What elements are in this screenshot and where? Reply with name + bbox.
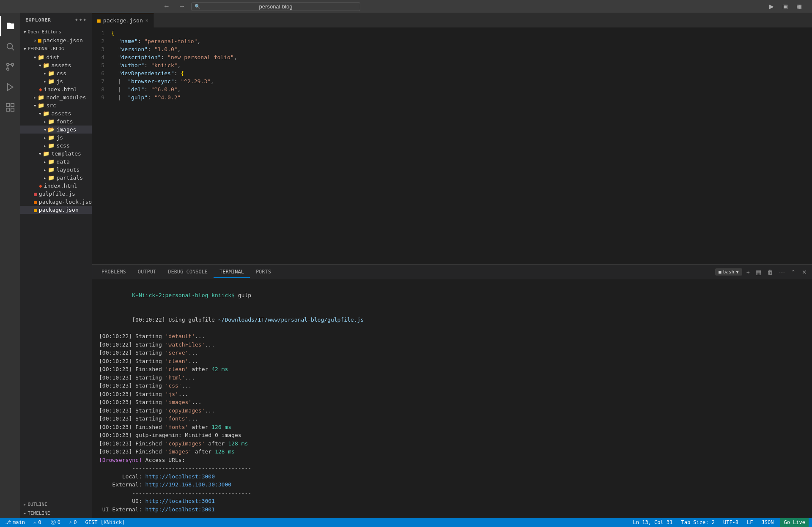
run-button[interactable]: ▶	[768, 2, 776, 11]
sidebar-item-src-index[interactable]: ◆ index.html	[20, 182, 92, 190]
activity-git[interactable]	[0, 57, 20, 77]
line-content: "name": "personal-folio",	[111, 37, 200, 45]
folder-icon: 📁	[43, 62, 49, 68]
html-icon: ◆	[39, 183, 42, 189]
log-msg: ...	[182, 382, 192, 389]
outline-section[interactable]: ► OUTLINE	[20, 500, 92, 509]
chevron-right-icon: ►	[44, 168, 46, 172]
sidebar-item-gulpfile[interactable]: ■ gulpfile.js	[20, 190, 92, 198]
sidebar-item-images[interactable]: ▼ 📂 images	[20, 126, 92, 134]
sidebar-item-src[interactable]: ▼ 📁 src	[20, 101, 92, 109]
encoding[interactable]: UTF-8	[721, 519, 740, 525]
log-time: [00:10:23]	[99, 382, 135, 389]
svg-point-0	[7, 44, 13, 49]
sidebar-item-package-json[interactable]: ■ package.json	[20, 206, 92, 214]
search-input[interactable]	[191, 2, 360, 11]
tab-terminal[interactable]: TERMINAL	[214, 266, 250, 278]
open-editors-section[interactable]: ▼ Open Editors	[20, 27, 92, 36]
status-bar: ⎇ main ⚠ 0 ⓔ 0 ⚡ 0 GIST [KNiick] Ln 13, …	[0, 518, 812, 527]
tab-debug-console[interactable]: DEBUG CONSOLE	[162, 266, 214, 278]
trash-button[interactable]: 🗑	[765, 268, 775, 276]
sidebar-item-package-lock[interactable]: ■ package-lock.json	[20, 198, 92, 206]
code-line-9: 9 | "gulp": "^4.0.2"	[92, 93, 812, 101]
sidebar-item-scss[interactable]: ► 📁 scss	[20, 142, 92, 150]
sidebar-item-fonts[interactable]: ► 📁 fonts	[20, 117, 92, 126]
open-editor-file[interactable]: ✕ ■ package.json	[20, 36, 92, 44]
sidebar-header: Explorer •••	[20, 13, 92, 27]
sidebar-item-dist-css[interactable]: ► 📁 css	[20, 69, 92, 77]
svg-marker-5	[8, 84, 13, 91]
sidebar-options[interactable]: •••	[74, 16, 87, 24]
close-icon[interactable]: ✕	[34, 38, 36, 43]
layout-button[interactable]: ▣	[781, 2, 790, 11]
sidebar-item-data[interactable]: ► 📁 data	[20, 158, 92, 166]
terminal-line: [00:10:23] Starting 'images'...	[99, 398, 805, 407]
encoding-label: UTF-8	[723, 519, 738, 525]
personal-blog-section[interactable]: ▼ PERSONAL-BLOG	[20, 44, 92, 53]
sidebar-item-dist-assets[interactable]: ▼ 📁 assets	[20, 61, 92, 69]
close-panel-button[interactable]: ✕	[800, 268, 809, 276]
chevron-down-icon: ▼	[34, 55, 36, 60]
tab-ports[interactable]: PORTS	[250, 266, 277, 278]
gulp-icon: ■	[34, 191, 37, 197]
line-endings[interactable]: LF	[745, 519, 754, 525]
add-terminal-button[interactable]: +	[745, 268, 752, 276]
terminal-line-bs: [Browsersync] Access URLs:	[99, 456, 805, 464]
git-branch[interactable]: ⎇ main	[3, 519, 27, 525]
gist-label[interactable]: GIST [KNiick]	[84, 519, 127, 525]
activity-debug[interactable]	[0, 77, 20, 97]
svg-rect-7	[11, 104, 14, 106]
sidebar-item-dist[interactable]: ▼ 📁 dist	[20, 53, 92, 61]
split-button[interactable]: ▦	[795, 2, 804, 11]
activity-explorer[interactable]	[0, 16, 20, 36]
chevron-down-icon: ▼	[34, 104, 36, 108]
errors-warnings[interactable]: ⚠ 0 ⓔ 0	[32, 519, 62, 526]
task-name: 'fonts'	[165, 424, 189, 430]
terminal-line: [00:10:23] Finished 'copyImages' after 1…	[99, 440, 805, 448]
terminal-body[interactable]: K-Niick-2:personal-blog kniick$ gulp [00…	[92, 279, 812, 518]
sidebar-item-partials[interactable]: ► 📁 partials	[20, 174, 92, 182]
activity-search[interactable]	[0, 36, 20, 57]
cursor-position[interactable]: Ln 13, Col 31	[631, 519, 675, 525]
maximize-panel-button[interactable]: ⌃	[789, 268, 798, 276]
terminal-divider: ------------------------------------	[99, 489, 805, 497]
sidebar-item-src-assets[interactable]: ▼ 📁 assets	[20, 109, 92, 117]
url-label: UI:	[99, 498, 145, 504]
log-msg: Finished	[135, 440, 165, 447]
folder-icon: 📁	[43, 150, 49, 157]
tree-item-label: gulpfile.js	[39, 191, 75, 197]
tab-output[interactable]: OUTPUT	[132, 266, 162, 278]
tree-item-label: js	[56, 78, 63, 85]
forward-button[interactable]: →	[176, 2, 188, 11]
timeline-section[interactable]: ► TIMELINE	[20, 509, 92, 518]
prompt-text: K-Niick-2:personal-blog kniick$	[132, 292, 238, 298]
tree-item-label: layouts	[56, 167, 80, 173]
split-terminal-button[interactable]: ▦	[754, 268, 763, 276]
notifications[interactable]: ⚡ 0	[67, 519, 78, 525]
sidebar-item-src-js[interactable]: ► 📁 js	[20, 134, 92, 142]
log-msg: Starting	[135, 382, 165, 389]
project-label: PERSONAL-BLOG	[27, 46, 64, 52]
sidebar-item-node-modules[interactable]: ► 📁 node_modules	[20, 93, 92, 101]
chevron-right-icon: ►	[24, 511, 26, 516]
tab-problems[interactable]: PROBLEMS	[96, 266, 132, 278]
language-mode[interactable]: JSON	[760, 519, 776, 525]
sidebar-item-dist-js[interactable]: ► 📁 js	[20, 77, 92, 85]
sidebar-item-dist-index[interactable]: ◆ index.html	[20, 85, 92, 93]
activity-extensions[interactable]	[0, 97, 20, 117]
line-content: | "gulp": "^4.0.2"	[111, 93, 181, 101]
go-live-button[interactable]: Go Live	[780, 518, 809, 527]
terminal-line: [00:10:22] Using gulpfile ~/Downloads/IT…	[99, 308, 805, 333]
line-ending-label: LF	[747, 519, 753, 525]
sidebar-item-layouts[interactable]: ► 📁 layouts	[20, 166, 92, 174]
json-icon: ■	[38, 37, 41, 44]
git-branch-label: main	[13, 519, 25, 525]
sidebar-item-templates[interactable]: ▼ 📁 templates	[20, 150, 92, 158]
tab-close-button[interactable]: ✕	[145, 17, 148, 23]
more-actions-button[interactable]: ⋯	[777, 268, 787, 276]
log-msg: after	[192, 448, 215, 455]
tab-size[interactable]: Tab Size: 2	[679, 519, 716, 525]
tab-package-json[interactable]: ■ package.json ✕	[92, 13, 154, 27]
folder-open-icon: 📂	[48, 126, 55, 133]
back-button[interactable]: ←	[161, 2, 173, 11]
